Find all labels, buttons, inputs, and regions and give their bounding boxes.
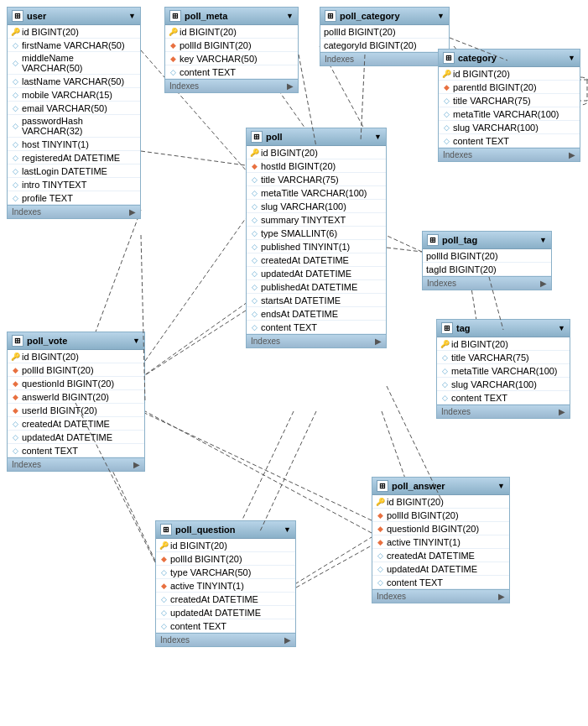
field-text: metaTitle VARCHAR(100) [453, 109, 559, 119]
table-poll-category-header[interactable]: ⊞ poll_category ▼ [320, 8, 449, 25]
poll-category-dropdown-arrow[interactable]: ▼ [437, 12, 445, 20]
field-text: summary TINYTEXT [261, 215, 346, 225]
key-icon: 🔑 [442, 70, 450, 78]
table-poll-category: ⊞ poll_category ▼ pollId BIGINT(20) cate… [320, 7, 450, 66]
poll-meta-dropdown-arrow[interactable]: ▼ [286, 12, 294, 20]
table-poll-answer: ⊞ poll_answer ▼ 🔑 id BIGINT(20) ◆ pollId… [372, 477, 510, 603]
table-row: ◇ content TEXT [165, 65, 298, 79]
table-user-header[interactable]: ⊞ user ▼ [8, 8, 140, 25]
poll-question-dropdown-arrow[interactable]: ▼ [284, 525, 291, 534]
poll-meta-table-footer[interactable]: Indexes ▶ [165, 79, 298, 92]
table-row: ◇ content TEXT [8, 444, 144, 457]
poll-category-table-body: pollId BIGINT(20) categoryId BIGINT(20) [320, 25, 449, 52]
diamond-icon: ◇ [11, 167, 19, 175]
tag-dropdown-arrow[interactable]: ▼ [558, 324, 565, 332]
poll-vote-table-footer[interactable]: Indexes ▶ [8, 457, 144, 471]
table-tag-header[interactable]: ⊞ tag ▼ [437, 320, 570, 337]
table-row: ◇ passwordHash VARCHAR(32) [8, 115, 140, 138]
indexes-label: Indexes [377, 592, 406, 601]
svg-line-14 [289, 537, 372, 588]
table-row: ◇ type SMALLINT(6) [247, 227, 386, 240]
field-text: id BIGINT(20) [170, 541, 227, 551]
table-row: ◇ lastName VARCHAR(50) [8, 75, 140, 88]
diamond-icon: ◇ [250, 310, 258, 318]
table-row: ◆ pollId BIGINT(20) [8, 363, 144, 377]
field-text: content TEXT [453, 136, 509, 146]
field-text: updatedAt DATETIME [22, 432, 112, 442]
table-row: ◇ createdAt DATETIME [8, 417, 144, 431]
poll-vote-dropdown-arrow[interactable]: ▼ [133, 337, 140, 345]
svg-line-21 [387, 248, 422, 252]
field-text: lastName VARCHAR(50) [22, 76, 124, 86]
table-row: ◇ content TEXT [247, 321, 386, 334]
field-text: published TINYINT(1) [261, 242, 350, 252]
diamond-icon: ◇ [250, 269, 258, 278]
poll-question-table-footer[interactable]: Indexes ▶ [156, 633, 295, 646]
field-text: intro TINYTEXT [22, 180, 86, 190]
poll-tag-table-footer[interactable]: Indexes ▶ [423, 276, 551, 290]
field-text: id BIGINT(20) [451, 339, 508, 349]
diamond-icon: ◇ [440, 394, 449, 402]
category-table-name: category [458, 53, 497, 63]
diamond-icon: ◇ [376, 565, 384, 573]
fk-icon: ◆ [159, 555, 168, 563]
category-table-footer[interactable]: Indexes ▶ [439, 148, 580, 161]
key-icon: 🔑 [250, 149, 258, 157]
svg-line-23 [145, 311, 246, 375]
poll-table-name: poll [266, 132, 283, 142]
category-dropdown-arrow[interactable]: ▼ [568, 54, 575, 62]
table-row: ◇ content TEXT [372, 576, 509, 589]
table-row: ◇ createdAt DATETIME [156, 593, 295, 606]
poll-answer-table-footer[interactable]: Indexes ▶ [372, 589, 509, 603]
table-row: ◆ active TINYINT(1) [372, 535, 509, 549]
table-row: ◇ startsAt DATETIME [247, 294, 386, 307]
poll-question-table-icon: ⊞ [160, 524, 172, 535]
field-text: content TEXT [387, 577, 443, 588]
table-row: 🔑 id BIGINT(20) [8, 350, 144, 363]
diamond-icon: ◇ [250, 256, 258, 264]
table-poll-vote-header[interactable]: ⊞ poll_vote ▼ [8, 332, 144, 350]
table-row: ◆ questionId BIGINT(20) [372, 522, 509, 535]
tag-table-footer[interactable]: Indexes ▶ [437, 405, 570, 418]
user-dropdown-arrow[interactable]: ▼ [128, 12, 136, 20]
table-row: ◆ questionId BIGINT(20) [8, 377, 144, 390]
diamond-icon: ◇ [250, 296, 258, 305]
field-text: mobile VARCHAR(15) [22, 90, 112, 100]
indexes-label: Indexes [12, 207, 41, 217]
indexes-label: Indexes [12, 460, 41, 469]
field-text: email VARCHAR(50) [22, 103, 107, 113]
indexes-label: Indexes [443, 150, 472, 159]
diamond-icon: ◇ [442, 97, 450, 105]
footer-arrow: ▶ [540, 279, 547, 288]
table-category-header[interactable]: ⊞ category ▼ [439, 50, 580, 67]
field-text: title VARCHAR(75) [261, 175, 339, 185]
table-row: ◆ active TINYINT(1) [156, 579, 295, 593]
field-text: hostId BIGINT(20) [261, 161, 336, 171]
table-row: ◇ updatedAt DATETIME [372, 562, 509, 576]
poll-category-table-footer[interactable]: Indexes ▶ [320, 52, 449, 65]
field-text: createdAt DATETIME [387, 551, 475, 561]
table-poll-header[interactable]: ⊞ poll ▼ [247, 128, 386, 146]
diamond-icon: ◇ [169, 68, 177, 76]
table-poll-question-header[interactable]: ⊞ poll_question ▼ [156, 521, 295, 539]
table-row: 🔑 id BIGINT(20) [165, 25, 298, 39]
table-poll-answer-header[interactable]: ⊞ poll_answer ▼ [372, 478, 509, 495]
field-text: pollId BIGINT(20) [324, 27, 396, 37]
poll-answer-dropdown-arrow[interactable]: ▼ [497, 482, 505, 490]
table-row: ◇ mobile VARCHAR(15) [8, 88, 140, 102]
poll-dropdown-arrow[interactable]: ▼ [374, 133, 382, 141]
field-text: profile TEXT [22, 193, 73, 203]
table-row: ◆ pollId BIGINT(20) [165, 39, 298, 52]
poll-answer-table-body: 🔑 id BIGINT(20) ◆ pollId BIGINT(20) ◆ qu… [372, 495, 509, 589]
poll-table-icon: ⊞ [251, 131, 263, 143]
poll-table-footer[interactable]: Indexes ▶ [247, 334, 386, 347]
table-poll-tag-header[interactable]: ⊞ poll_tag ▼ [423, 232, 551, 249]
table-poll-meta-header[interactable]: ⊞ poll_meta ▼ [165, 8, 298, 25]
field-text: content TEXT [170, 621, 226, 631]
user-table-footer[interactable]: Indexes ▶ [8, 205, 140, 218]
poll-tag-dropdown-arrow[interactable]: ▼ [539, 236, 547, 244]
footer-arrow: ▶ [375, 337, 382, 346]
poll-vote-table-body: 🔑 id BIGINT(20) ◆ pollId BIGINT(20) ◆ qu… [8, 350, 144, 457]
diamond-icon: ◇ [159, 622, 168, 630]
user-table-name: user [27, 11, 46, 21]
